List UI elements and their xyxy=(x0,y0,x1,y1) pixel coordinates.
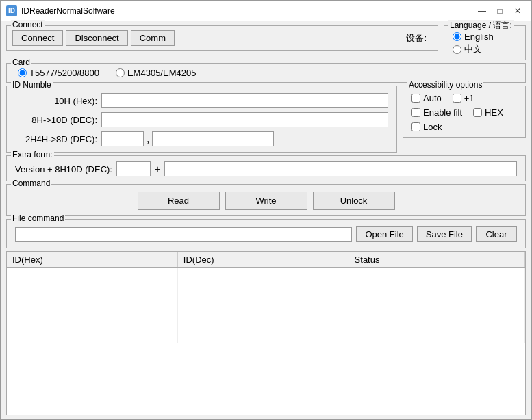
command-buttons: Read Write Unlock xyxy=(15,192,517,210)
separator-comma: , xyxy=(147,133,149,145)
card-options: T5577/5200/8800 EM4305/EM4205 xyxy=(12,68,520,78)
device-label: 设备: xyxy=(406,32,432,44)
enable-filter-label: Enable filt xyxy=(423,107,462,118)
id-label-3: 2H4H->8D (DEC): xyxy=(15,134,97,144)
file-row: Open File Save File Clear xyxy=(15,226,517,242)
table-row xyxy=(7,313,525,328)
enable-filter-checkbox[interactable] xyxy=(411,108,420,117)
accessibility-area: Accessibility options Auto +1 xyxy=(403,86,526,138)
table-cell-dec xyxy=(178,283,349,298)
id-group-label: ID Numble xyxy=(11,80,53,90)
card-radio-2[interactable] xyxy=(116,68,125,77)
plus1-checkbox[interactable] xyxy=(453,94,461,103)
access-row-2: Enable filt HEX xyxy=(411,107,517,118)
open-file-button[interactable]: Open File xyxy=(356,226,412,242)
connect-group-label: Connect xyxy=(11,20,45,29)
chinese-radio[interactable] xyxy=(453,45,461,54)
mid-row: ID Numble 10H (Hex): 8H->10D (DEC): 2H4H… xyxy=(6,86,526,153)
main-window: ID IDReaderNormalSolfware — □ ✕ Connect … xyxy=(0,0,532,420)
table-row xyxy=(7,298,525,313)
top-row: Connect Connect Disconnect Comm 设备: Lang… xyxy=(6,25,526,60)
table-header-dec: ID(Dec) xyxy=(178,252,349,267)
auto-checkbox[interactable] xyxy=(411,94,420,103)
access-options: Auto +1 Enable filt xyxy=(411,93,517,132)
disconnect-button[interactable]: Disconnect xyxy=(66,30,127,46)
id-input-hex[interactable] xyxy=(101,93,388,108)
minimize-button[interactable]: — xyxy=(474,4,490,18)
table-row xyxy=(7,328,525,343)
connect-button[interactable]: Connect xyxy=(12,30,63,46)
table-cell-status xyxy=(349,268,525,283)
extra-version-label: Version + 8H10D (DEC): xyxy=(15,164,112,174)
table-cell-status xyxy=(349,328,525,343)
extra-input-lg[interactable] xyxy=(164,161,517,176)
file-path-input[interactable] xyxy=(15,227,352,242)
title-bar: ID IDReaderNormalSolfware — □ ✕ xyxy=(1,1,531,21)
read-button[interactable]: Read xyxy=(138,192,220,210)
id-label-1: 10H (Hex): xyxy=(15,96,97,106)
connect-area: Connect Connect Disconnect Comm 设备: xyxy=(6,25,438,51)
extra-group-label: Extra form: xyxy=(11,150,54,159)
comm-button[interactable]: Comm xyxy=(131,30,175,46)
card-label-2: EM4305/EM4205 xyxy=(127,68,196,78)
file-area: File command Open File Save File Clear xyxy=(6,219,526,248)
access-row-3: Lock xyxy=(411,122,517,132)
main-content: Connect Connect Disconnect Comm 设备: Lang… xyxy=(1,21,531,419)
save-file-button[interactable]: Save File xyxy=(417,226,472,242)
table-cell-hex xyxy=(7,328,178,343)
id-row-1: 10H (Hex): xyxy=(15,93,388,108)
card-group-label: Card xyxy=(11,57,31,67)
table-cell-dec xyxy=(178,328,349,343)
hex-checkbox[interactable] xyxy=(473,108,482,117)
table-cell-dec xyxy=(178,268,349,283)
close-button[interactable]: ✕ xyxy=(509,4,526,18)
connect-buttons: Connect Disconnect Comm 设备: xyxy=(12,30,432,46)
hex-label: HEX xyxy=(485,107,503,118)
window-title: IDReaderNormalSolfware xyxy=(21,6,474,16)
id-input-split-b[interactable] xyxy=(152,131,274,146)
english-label: English xyxy=(464,31,494,42)
table-cell-status xyxy=(349,313,525,328)
id-area: ID Numble 10H (Hex): 8H->10D (DEC): 2H4H… xyxy=(6,86,397,153)
card-option1[interactable]: T5577/5200/8800 xyxy=(18,68,99,78)
clear-button[interactable]: Clear xyxy=(476,226,517,242)
id-split-inputs: , xyxy=(101,131,274,146)
card-label-1: T5577/5200/8800 xyxy=(29,68,99,78)
auto-check-label[interactable]: Auto xyxy=(411,93,442,103)
write-button[interactable]: Write xyxy=(225,192,307,210)
id-input-dec[interactable] xyxy=(101,112,388,127)
chinese-option[interactable]: 中文 xyxy=(453,43,517,55)
card-option2[interactable]: EM4305/EM4205 xyxy=(116,68,196,78)
table-cell-dec xyxy=(178,313,349,328)
language-area: Language / 语言: English 中文 xyxy=(444,25,526,60)
language-group-label: Language / 语言: xyxy=(448,20,514,31)
command-area: Command Read Write Unlock xyxy=(6,184,526,216)
lock-label: Lock xyxy=(423,122,442,132)
english-radio[interactable] xyxy=(453,32,461,41)
english-option[interactable]: English xyxy=(453,31,517,42)
data-table: ID(Hex) ID(Dec) Status xyxy=(6,251,526,415)
command-group-label: Command xyxy=(11,179,51,188)
extra-row: Version + 8H10D (DEC): + xyxy=(15,161,517,176)
auto-label: Auto xyxy=(423,93,442,103)
id-row-3: 2H4H->8D (DEC): , xyxy=(15,131,388,146)
chinese-label: 中文 xyxy=(464,43,482,55)
extra-plus: + xyxy=(155,163,160,174)
maximize-button[interactable]: □ xyxy=(492,4,508,18)
access-row-1: Auto +1 xyxy=(411,93,517,103)
id-label-2: 8H->10D (DEC): xyxy=(15,115,97,125)
window-controls: — □ ✕ xyxy=(474,4,526,18)
plus1-label: +1 xyxy=(464,93,474,103)
enable-filter-check-label[interactable]: Enable filt xyxy=(411,107,462,118)
lock-checkbox[interactable] xyxy=(411,122,420,131)
table-cell-hex xyxy=(7,268,178,283)
card-radio-1[interactable] xyxy=(18,68,27,77)
lock-check-label[interactable]: Lock xyxy=(411,122,442,132)
app-icon: ID xyxy=(6,5,17,16)
plus1-check-label[interactable]: +1 xyxy=(453,93,474,103)
id-input-split-a[interactable] xyxy=(101,131,144,146)
table-body xyxy=(7,268,525,415)
extra-input-sm[interactable] xyxy=(116,161,151,176)
unlock-button[interactable]: Unlock xyxy=(313,192,395,210)
hex-check-label[interactable]: HEX xyxy=(473,107,503,118)
